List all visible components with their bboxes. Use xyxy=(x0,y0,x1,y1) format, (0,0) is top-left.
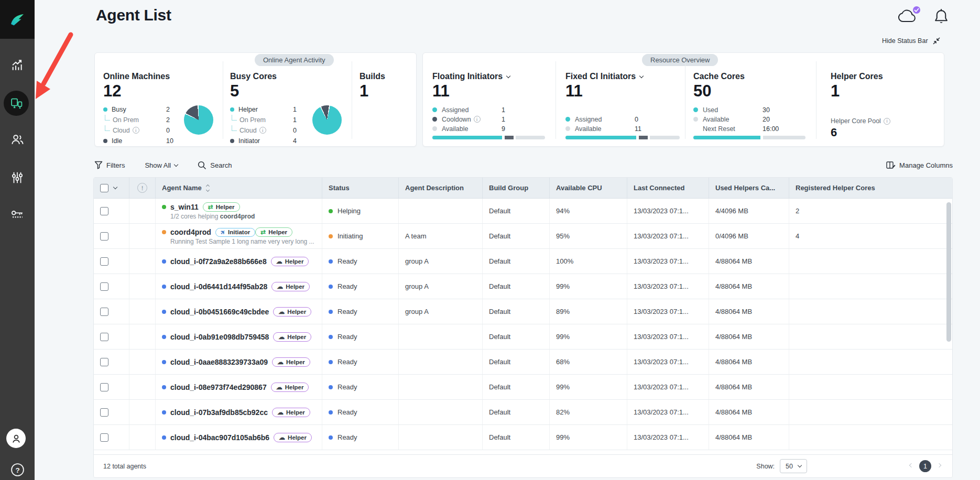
cloud-badge: ☁Helper xyxy=(273,307,311,317)
info-icon[interactable]: i xyxy=(259,127,266,134)
status-cell: Initiating xyxy=(322,224,399,248)
agent-name-cell: s_win11 ⇄Helper 1/2 cores helping coord4… xyxy=(156,199,322,223)
status-cell: Ready xyxy=(322,274,399,299)
next-page-button[interactable] xyxy=(937,463,941,467)
agent-status-dot xyxy=(162,335,166,339)
row-checkbox[interactable] xyxy=(100,358,108,366)
cloud-icon: ☁ xyxy=(278,333,285,341)
agent-description-cell: group A xyxy=(399,299,483,324)
help-button[interactable]: ? xyxy=(0,463,35,477)
status-dot xyxy=(329,335,333,339)
info-icon[interactable]: i xyxy=(474,116,481,123)
row-checkbox[interactable] xyxy=(100,282,108,291)
table-row[interactable]: cloud_i-08e973f74ed290867 ☁Helper Ready … xyxy=(94,375,952,400)
show-all-dropdown[interactable]: Show All xyxy=(145,161,178,169)
helper-cores-section: Helper Cores 1 Helper Core Pooli 6 xyxy=(831,72,935,147)
cloud-icon: ☁ xyxy=(276,258,282,265)
previous-page-button[interactable] xyxy=(909,463,913,467)
available-cpu-cell: 99% xyxy=(550,375,627,399)
available-cpu-cell: 68% xyxy=(550,350,627,374)
table-row[interactable]: cloud_i-0f72a9a2e88b666e8 ☁Helper Ready … xyxy=(94,249,952,274)
analytics-icon xyxy=(10,58,24,71)
sidebar-item-dashboard[interactable] xyxy=(0,58,35,71)
row-alert-cell xyxy=(129,199,156,223)
status-label: Ready xyxy=(337,408,357,416)
helper-core-pool-label: Helper Core Pooli xyxy=(831,117,890,125)
table-row[interactable]: cloud_i-0aae8883239733a09 ☁Helper Ready … xyxy=(94,350,952,375)
agent-description-cell xyxy=(399,375,483,399)
available-cpu-cell: 99% xyxy=(550,324,627,349)
table-row[interactable]: s_win11 ⇄Helper 1/2 cores helping coord4… xyxy=(94,199,952,224)
sidebar-item-agents-active[interactable] xyxy=(4,91,29,116)
status-label: Ready xyxy=(337,282,357,290)
fixed-ci-initiators-value: 11 xyxy=(565,83,681,100)
busy-cores-legend: Helper1 On Prem1 Cloudi0 Initiator4 xyxy=(230,104,310,146)
table-row[interactable]: cloud_i-07b3af9db85cb92cc ☁Helper Ready … xyxy=(94,400,952,425)
floating-initiators-legend: Assigned1 Cooldowni1 Available9 xyxy=(432,105,525,134)
sidebar-item-license[interactable] xyxy=(0,208,35,222)
initiator-badge: ✈Initiator xyxy=(215,228,255,237)
cloud-status-button[interactable] xyxy=(897,8,918,26)
row-checkbox[interactable] xyxy=(100,207,108,215)
table-row[interactable]: cloud_i-0ab91e098db759458 ☁Helper Ready … xyxy=(94,324,952,350)
agent-name: cloud_i-07b3af9db85cb92cc xyxy=(170,408,268,417)
sort-icon[interactable] xyxy=(206,185,209,191)
table-row[interactable]: coord4prod ✈Initiator⇄Helper Running Tes… xyxy=(94,224,952,249)
row-checkbox[interactable] xyxy=(100,333,108,341)
status-cell: Ready xyxy=(322,299,399,324)
select-options-chevron[interactable] xyxy=(113,185,117,189)
header-agent-name[interactable]: Agent Name xyxy=(156,178,322,198)
total-agents-label: 12 total agents xyxy=(103,463,146,470)
table-row[interactable]: cloud_i-0d6441d144f95ab28 ☁Helper Ready … xyxy=(94,274,952,299)
header-used-helpers: Used Helpers Ca... xyxy=(709,178,789,198)
status-cell: Ready xyxy=(322,400,399,424)
last-connected-cell: 13/03/2023 07:1... xyxy=(627,400,709,424)
used-helpers-cell: 4/88064 MB xyxy=(709,324,789,349)
agent-description-cell xyxy=(399,425,483,450)
user-avatar[interactable] xyxy=(6,429,26,448)
sidebar-item-settings[interactable] xyxy=(0,171,35,184)
cloud-badge: ☁Helper xyxy=(274,433,312,442)
cache-cores-value: 50 xyxy=(693,83,807,100)
row-checkbox[interactable] xyxy=(100,257,108,266)
builds-title: Builds xyxy=(360,72,385,81)
table-row[interactable]: cloud_i-0b0451669c49cbdee ☁Helper Ready … xyxy=(94,299,952,324)
fixed-ci-initiators-dropdown[interactable]: Fixed CI Initiators xyxy=(565,72,681,81)
sidebar-item-users[interactable] xyxy=(0,133,35,147)
resource-card-tab: Resource Overview xyxy=(642,54,718,66)
status-dot xyxy=(329,234,333,238)
agent-status-dot xyxy=(162,435,166,440)
build-group-cell: Default xyxy=(483,375,550,399)
tree-connector xyxy=(105,125,110,131)
row-checkbox[interactable] xyxy=(100,433,108,442)
sidebar: ? xyxy=(0,0,35,480)
header-status: Status xyxy=(322,178,399,198)
info-icon[interactable]: i xyxy=(884,118,890,125)
row-checkbox[interactable] xyxy=(100,232,108,241)
floating-initiators-dropdown[interactable]: Floating Initiators xyxy=(432,72,547,81)
notifications-button[interactable] xyxy=(934,8,949,27)
helper-cores-title: Helper Cores xyxy=(831,72,935,81)
agent-name: cloud_i-0d6441d144f95ab28 xyxy=(170,282,267,291)
hide-status-bar-button[interactable]: Hide Status Bar xyxy=(882,37,941,45)
row-checkbox[interactable] xyxy=(100,383,108,391)
agent-name-cell: cloud_i-07b3af9db85cb92cc ☁Helper xyxy=(156,400,322,424)
current-page-button[interactable]: 1 xyxy=(919,460,931,472)
search-input[interactable]: Search xyxy=(198,161,232,170)
filters-button[interactable]: Filters xyxy=(94,161,125,169)
status-label: Ready xyxy=(337,383,357,391)
select-all-checkbox[interactable] xyxy=(100,184,108,192)
manage-columns-button[interactable]: Manage Columns xyxy=(886,161,953,169)
row-checkbox[interactable] xyxy=(100,408,108,417)
helper-badge: ⇄Helper xyxy=(203,202,240,212)
table-scrollbar-thumb[interactable] xyxy=(946,202,951,342)
agent-name-cell: cloud_i-04bac907d105ab6b6 ☁Helper xyxy=(156,425,322,450)
table-row[interactable]: cloud_i-04bac907d105ab6b6 ☁Helper Ready … xyxy=(94,425,952,450)
cloud-icon: ☁ xyxy=(278,308,285,315)
app-logo[interactable] xyxy=(0,0,35,39)
row-checkbox[interactable] xyxy=(100,308,108,316)
helper-icon: ⇄ xyxy=(208,203,213,211)
info-icon[interactable]: i xyxy=(133,127,139,134)
online-agent-activity-card: Online Agent Activity Online Machines 12… xyxy=(94,52,417,147)
page-size-select[interactable]: 50 xyxy=(780,459,807,473)
